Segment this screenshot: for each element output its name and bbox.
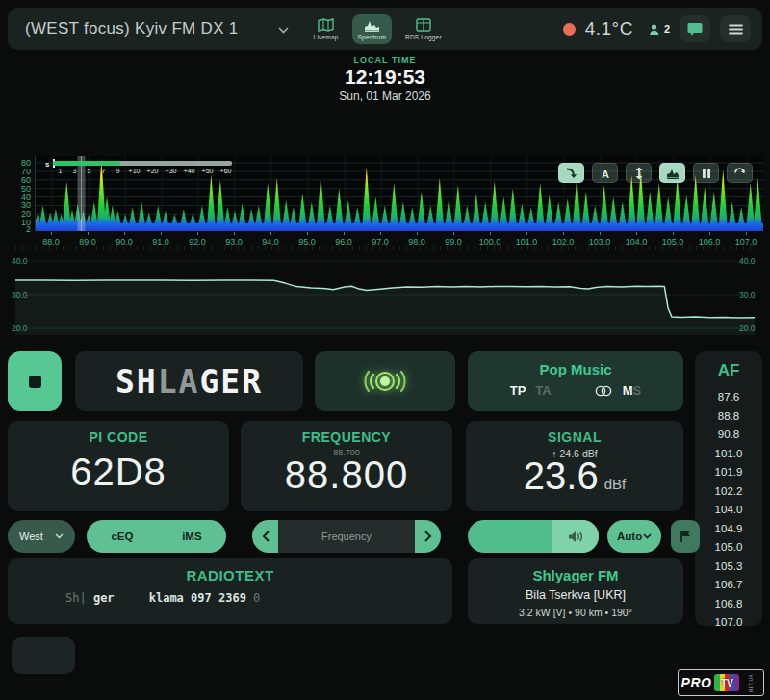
auto-mode-value: Auto xyxy=(617,531,642,542)
slider-track[interactable] xyxy=(53,161,232,166)
spectrum-x-tickmark xyxy=(161,232,162,235)
spectrum-x-tick: 107.0 xyxy=(735,237,757,246)
antenna-select[interactable]: West xyxy=(8,520,75,553)
spectrum-x-tick: 99.0 xyxy=(445,237,462,246)
tune-down-button[interactable] xyxy=(252,520,278,553)
hamburger-icon xyxy=(729,24,743,35)
server-title[interactable]: (WEST focus) Kyiv FM DX 1 xyxy=(25,19,239,39)
frequency-panel: FREQUENCY 88.700 88.800 xyxy=(241,421,452,511)
frequency-input[interactable] xyxy=(278,520,415,553)
pause-button[interactable] xyxy=(693,163,719,183)
af-frequency[interactable]: 104.0 xyxy=(695,501,762,520)
antenna-select-value: West xyxy=(19,531,43,542)
ps-segment: LA xyxy=(158,363,200,401)
watermark-side-text: NET.UA xyxy=(749,673,754,691)
af-frequency[interactable]: 102.2 xyxy=(695,482,762,502)
nav-livemap[interactable]: Livemap xyxy=(308,14,345,44)
status-dot-icon xyxy=(563,23,576,36)
ta-flag: TA xyxy=(535,383,551,398)
af-frequency[interactable]: 90.8 xyxy=(695,426,762,445)
station-info-panel: Shlyager FM Bila Tserkva [UKR] 3.2 kW [V… xyxy=(468,558,683,624)
chevron-down-icon[interactable] xyxy=(278,20,289,38)
nav-livemap-label: Livemap xyxy=(314,34,339,40)
slider-tick-label: 9 xyxy=(111,168,125,174)
radiotext-segment: 0 xyxy=(253,591,260,605)
playback-toggle-button[interactable] xyxy=(8,351,62,411)
af-frequency[interactable]: 106.7 xyxy=(695,576,762,595)
signal-graph-y-tick: 40.0 xyxy=(739,256,756,266)
af-frequency[interactable]: 107.0 xyxy=(695,613,762,633)
spectrum-plot[interactable]: s 13579+10+20+30+40+50+60 A xyxy=(35,156,762,231)
spectrum-analyzer: 80706050403020102 xyxy=(0,152,770,245)
chevron-down-icon xyxy=(55,533,64,539)
slider-fill xyxy=(53,161,120,166)
af-frequency[interactable]: 88.8 xyxy=(695,407,762,427)
station-location: Bila Tserkva [UKR] xyxy=(468,588,683,602)
menu-button[interactable] xyxy=(720,15,751,42)
af-frequency[interactable]: 104.9 xyxy=(695,520,762,539)
scale-toggle-button[interactable] xyxy=(626,163,652,183)
spectrum-x-tickmark xyxy=(453,232,454,235)
flag-button[interactable] xyxy=(671,520,700,553)
slider-tick-label: +30 xyxy=(162,168,180,174)
spectrum-x-tickmark xyxy=(563,232,564,235)
flag-icon xyxy=(680,530,691,543)
pi-code-header: PI CODE xyxy=(8,429,229,445)
spectrum-chart-icon xyxy=(364,18,380,32)
radiotext-panel: RADIOTEXT Sh| ger klama 097 2369 0 xyxy=(8,558,452,624)
spectrum-x-tickmark xyxy=(673,232,674,235)
radiotext-segment: ger klama 097 2369 xyxy=(87,591,253,605)
volume-slider[interactable] xyxy=(468,520,599,553)
slider-tick-label: 1 xyxy=(53,168,67,174)
af-header: AF xyxy=(695,361,762,380)
auto-scan-button[interactable]: A xyxy=(592,163,618,183)
nav-spectrum[interactable]: Spectrum xyxy=(352,14,392,44)
spectrum-x-tickmark xyxy=(270,232,271,235)
frequency-header: FREQUENCY xyxy=(241,429,452,445)
spectrum-x-tick: 101.0 xyxy=(516,237,538,246)
spectrum-scan-slider[interactable]: s xyxy=(45,161,232,169)
volume-handle[interactable] xyxy=(552,520,599,553)
ukraine-flag-icon xyxy=(248,22,270,37)
spectrum-x-tickmark xyxy=(636,232,637,235)
tune-up-button[interactable] xyxy=(415,520,441,553)
signal-graph-y-tick: 20.0 xyxy=(739,324,756,333)
af-frequency[interactable]: 101.0 xyxy=(695,445,762,464)
spectrum-x-tickmark xyxy=(344,232,345,235)
spectrum-view-button[interactable] xyxy=(659,163,685,183)
af-frequency[interactable]: 87.6 xyxy=(695,388,762,407)
slider-tick-label: 7 xyxy=(96,168,111,174)
top-bar-right: 4.1°C 2 xyxy=(563,15,751,42)
user-icon xyxy=(649,23,661,36)
spectrum-x-tickmark xyxy=(88,232,89,235)
signal-history-graph: 40.040.030.030.020.020.0 xyxy=(0,246,770,341)
scan-down-button[interactable] xyxy=(558,163,584,183)
spectrum-x-tickmark xyxy=(197,232,198,235)
arrow-curve-down-icon xyxy=(565,167,578,179)
af-frequency[interactable]: 105.3 xyxy=(695,557,762,577)
table-icon xyxy=(416,18,431,32)
ps-name-panel: SHLAGER xyxy=(75,351,303,411)
auto-mode-select[interactable]: Auto xyxy=(607,520,661,553)
af-frequency[interactable]: 106.8 xyxy=(695,595,762,614)
preset-button[interactable] xyxy=(12,637,75,674)
ceq-toggle[interactable]: cEQ xyxy=(111,531,133,542)
spectrum-x-tick: 104.0 xyxy=(626,237,648,246)
pi-code-value: 62D8 xyxy=(8,451,229,494)
clock-date: Sun, 01 Mar 2026 xyxy=(0,90,770,103)
chat-button[interactable] xyxy=(680,15,710,42)
nav-rds-logger[interactable]: RDS Logger xyxy=(399,14,448,44)
ims-toggle[interactable]: iMS xyxy=(182,531,201,542)
speaker-icon xyxy=(568,531,583,543)
spectrum-x-tick: 97.0 xyxy=(372,237,389,246)
af-frequency[interactable]: 105.0 xyxy=(695,538,762,557)
slider-prefix: s xyxy=(45,160,49,169)
station-name[interactable]: Shlyager FM xyxy=(468,567,683,583)
spectrum-x-tickmark xyxy=(526,232,527,235)
slider-tick-label: +60 xyxy=(217,168,235,174)
frequency-value: 88.800 xyxy=(241,454,452,497)
spectrum-x-tick: 100.0 xyxy=(479,237,501,246)
af-frequency[interactable]: 101.9 xyxy=(695,463,762,482)
spectrum-x-tick: 89.0 xyxy=(79,237,96,246)
refresh-button[interactable] xyxy=(727,163,753,183)
